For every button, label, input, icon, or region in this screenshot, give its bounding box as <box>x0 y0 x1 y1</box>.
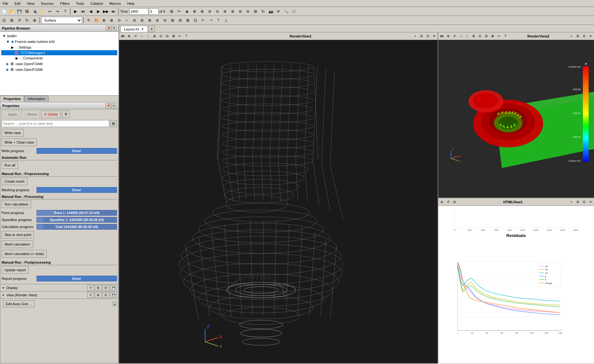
rv1-btn10[interactable]: ? <box>183 33 189 39</box>
run-calculation-button[interactable]: Run calculation <box>2 200 31 208</box>
tb2-more8[interactable]: ⊜ <box>154 17 161 24</box>
rv1-split-h-btn[interactable]: ⊟ <box>419 33 424 39</box>
rv1-btn3[interactable]: ↔ <box>139 33 145 39</box>
abort-calc-button[interactable]: Abort calculation <box>2 240 33 248</box>
tb-btn5[interactable]: ⊗ <box>199 8 206 15</box>
reset-button[interactable]: ↺ Reset <box>21 111 40 118</box>
prev-btn[interactable]: ⏮ <box>79 8 86 15</box>
tb-btn1[interactable]: ⊞ <box>168 8 175 15</box>
apply-button[interactable]: ✓ Apply <box>2 111 20 118</box>
write-clean-case-button[interactable]: Write + Clean case <box>2 138 37 146</box>
help-toolbar-btn[interactable]: ? <box>62 8 69 15</box>
rv1-btn7[interactable]: ⊟ <box>164 33 170 39</box>
tb2-more16[interactable]: ⊤ <box>215 17 222 24</box>
tb2-edit[interactable]: ✎ <box>85 17 92 24</box>
tb-btn11[interactable]: ⊝ <box>244 8 251 15</box>
save-btn[interactable]: 💾 <box>16 8 23 15</box>
rv1-btn8[interactable]: ⊠ <box>171 33 176 39</box>
display-btn2[interactable]: ⊞ <box>95 285 102 291</box>
tree-item-builtin[interactable]: ▼ builtin: <box>1 33 117 39</box>
edit-axes-button[interactable]: Edit Axes Grid ... <box>3 300 35 307</box>
color-viewport[interactable]: X Y Z <box>438 40 594 198</box>
tb-btn10[interactable]: ⊜ <box>237 8 244 15</box>
hv-btn1[interactable]: ⊕ <box>439 199 445 205</box>
menu-edit[interactable]: Edit <box>13 1 22 6</box>
hv-btn2[interactable]: ↺ <box>445 199 451 205</box>
next-btn[interactable]: ⏭ <box>110 8 117 15</box>
layout-tab-close[interactable]: ✕ <box>140 27 144 31</box>
tb2-more2[interactable]: ⊗ <box>108 17 115 24</box>
rv2-btn6[interactable]: ⊡ <box>477 33 483 39</box>
menu-catalyst[interactable]: Catalyst <box>89 1 104 6</box>
tree-item-case1[interactable]: ◆ case.OpenFOAM <box>1 61 117 67</box>
tb2-color[interactable]: 🎨 <box>93 17 100 24</box>
tb-btn6[interactable]: ⊘ <box>206 8 213 15</box>
tb-camera[interactable]: 📷 <box>267 8 274 15</box>
update-report-button[interactable]: Update report <box>2 266 29 274</box>
rv1-btn1[interactable]: ⊕ <box>126 33 132 39</box>
delete-button[interactable]: ✕ Delete <box>41 111 61 118</box>
tb2-btn4[interactable]: ↻ <box>24 17 31 24</box>
new-btn[interactable]: 📄 <box>1 8 8 15</box>
start-trace-btn[interactable]: ▶ <box>72 8 79 15</box>
menu-filters[interactable]: Filters <box>59 1 71 6</box>
menu-macros[interactable]: Macros <box>108 1 122 6</box>
rv1-btn9[interactable]: ⊢ <box>177 33 183 39</box>
time-input[interactable] <box>129 8 148 15</box>
frame-input[interactable] <box>149 8 159 15</box>
hv-max-btn[interactable]: ▪ <box>569 199 574 205</box>
tb-btn9[interactable]: ⊛ <box>229 8 236 15</box>
tb2-more5[interactable]: ⊘ <box>131 17 138 24</box>
search-settings-btn[interactable]: ⚙ <box>110 120 117 127</box>
tb2-more3[interactable]: ⊙ <box>116 17 123 24</box>
rv1-max-btn[interactable]: ▪ <box>412 33 418 39</box>
tb-btn3[interactable]: ◈ <box>183 8 190 15</box>
tb2-more12[interactable]: ⊠ <box>184 17 191 24</box>
display-btn1[interactable]: ↺ <box>87 285 94 291</box>
pin2-btn[interactable]: 📌 <box>106 103 111 108</box>
tree-item-case2[interactable]: ◆ case.OpenFOAM <box>1 67 117 72</box>
open-btn[interactable]: 📂 <box>8 8 15 15</box>
display-btn4[interactable]: 💾 <box>110 285 117 291</box>
layout-tab[interactable]: Layout #1 ✕ <box>120 26 148 32</box>
abort-write-button[interactable]: Abort calculation (+ write) <box>2 250 47 258</box>
undo-btn[interactable]: ↩ <box>46 8 53 15</box>
rv2-max-btn[interactable]: ▪ <box>569 33 574 39</box>
tb2-more13[interactable]: ⊡ <box>192 17 199 24</box>
tb2-btn5[interactable]: ⊕ <box>31 17 38 24</box>
redo-btn[interactable]: ↪ <box>54 8 61 15</box>
scroll-up-btn[interactable]: ▲ <box>113 302 117 306</box>
tb-reset-camera[interactable]: ⟳ <box>275 8 282 15</box>
tb-rotate[interactable]: ↻ <box>260 8 267 15</box>
rv1-btn5[interactable]: ⊞ <box>152 33 157 39</box>
rv2-btn8[interactable]: ⊠ <box>490 33 495 39</box>
display-btn3[interactable]: ⊟ <box>102 285 109 291</box>
close-prop-btn[interactable]: ✕ <box>111 103 116 108</box>
tree-item-settings[interactable]: ▶ □ Settings <box>1 44 117 50</box>
representation-select[interactable]: Representation Outline Points Wireframe … <box>41 17 82 24</box>
tab-information[interactable]: Information <box>24 96 49 102</box>
rv2-btn7[interactable]: ⊟ <box>483 33 489 39</box>
tree-item-components[interactable]: ▶ □ Components <box>1 55 117 61</box>
tb-zoom[interactable]: 🔍 <box>283 8 290 15</box>
skip-next-button[interactable]: Skip to next point <box>2 231 34 239</box>
rv1-split-v-btn[interactable]: ⊡ <box>425 33 431 39</box>
help-button[interactable]: ? <box>62 111 70 118</box>
tb2-more1[interactable]: ⊕ <box>100 17 107 24</box>
view-btn4[interactable]: 💾 <box>110 292 117 298</box>
rv1-btn4[interactable]: ↕ <box>145 33 151 39</box>
hv-split-h-btn[interactable]: ⊟ <box>575 199 581 205</box>
search-input[interactable] <box>2 120 109 127</box>
view-btn1[interactable]: ↺ <box>87 292 94 298</box>
tb2-btn3[interactable]: ↺ <box>16 17 23 24</box>
rv2-btn5[interactable]: ⊞ <box>471 33 476 39</box>
mesh-viewport[interactable]: X Y Z <box>119 40 438 363</box>
rv2-close-btn[interactable]: ✕ <box>588 33 593 39</box>
rv2-btn10[interactable]: ? <box>502 33 508 39</box>
tb-link[interactable]: 🔗 <box>290 8 297 15</box>
rv1-btn6[interactable]: ⊡ <box>158 33 164 39</box>
view-btn2[interactable]: ⊞ <box>95 292 102 298</box>
add-tab-button[interactable]: + <box>148 26 155 32</box>
tb2-more6[interactable]: ⊚ <box>139 17 146 24</box>
tb2-more14[interactable]: ⊢ <box>200 17 207 24</box>
